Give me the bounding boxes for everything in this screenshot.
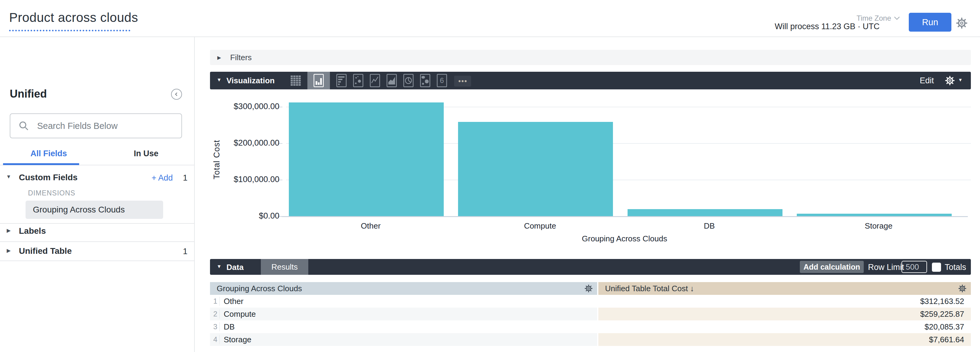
caret-down-icon[interactable]: ▼ (217, 77, 221, 83)
edit-visualization-button[interactable]: Edit (920, 76, 934, 86)
sidebar-section-custom-fields[interactable]: Custom Fields (19, 173, 78, 182)
bar-other[interactable] (289, 102, 444, 216)
visualization-settings-gear-icon[interactable] (945, 75, 955, 86)
caret-down-icon[interactable]: ▼ (6, 174, 11, 180)
table-row-measure-cell[interactable]: $20,085.37 (598, 320, 971, 333)
search-icon (18, 121, 29, 131)
bar-db[interactable] (628, 209, 783, 216)
time-zone-label: Time Zone (856, 14, 891, 22)
table-header-measure[interactable]: Unified Table Total Cost ↓ (598, 282, 971, 295)
caret-right-icon[interactable]: ▶ (7, 227, 11, 234)
table-row-dimension-cell[interactable]: 1Other (210, 295, 597, 308)
dimension-value[interactable]: Other (224, 297, 243, 306)
totals-label: Totals (945, 263, 966, 272)
x-axis-line (282, 216, 968, 217)
bar-compute[interactable] (458, 122, 613, 216)
y-axis-tick-label: $0.00 (210, 211, 279, 221)
dimension-value[interactable]: Compute (224, 309, 256, 319)
y-axis-tick-label: $200,000.00 (210, 138, 279, 148)
dimension-header-label[interactable]: Grouping Across Clouds (217, 282, 302, 295)
column-gear-icon[interactable] (584, 284, 593, 293)
table-row-measure-cell[interactable]: $7,661.64 (598, 333, 971, 346)
table-header-dimension[interactable]: Grouping Across Clouds (210, 282, 597, 295)
row-number: 3 (210, 322, 217, 331)
y-axis-tick-label: $300,000.00 (210, 102, 279, 111)
time-zone-selector[interactable]: Time Zone (856, 14, 900, 22)
table-row-dimension-cell[interactable]: 3DB (210, 320, 597, 333)
bar-chart-icon[interactable] (336, 74, 347, 87)
divider (220, 309, 220, 319)
chevron-down-icon (894, 16, 900, 21)
more-vis-types-icon[interactable] (453, 74, 472, 87)
chevron-left-icon (173, 91, 180, 97)
top-header: Product across clouds Time Zone Will pro… (0, 0, 980, 37)
measure-header-label[interactable]: Unified Table Total Cost ↓ (605, 282, 694, 295)
row-limit-label: Row Limit (868, 263, 904, 272)
sidebar-section-unified-table[interactable]: Unified Table (19, 246, 72, 256)
divider (0, 241, 195, 242)
x-axis-category-label: Other (310, 221, 431, 231)
row-number: 4 (210, 335, 217, 344)
search-input[interactable] (37, 121, 173, 131)
field-grouping-across-clouds[interactable]: Grouping Across Clouds (25, 201, 163, 219)
filters-section-bar[interactable]: ▶ Filters (210, 50, 971, 65)
map-chart-icon[interactable] (420, 74, 430, 87)
explore-page: Product across clouds Time Zone Will pro… (0, 0, 980, 352)
x-axis-category-label: DB (649, 221, 770, 231)
line-chart-icon[interactable] (370, 74, 380, 87)
explore-settings-gear-icon[interactable] (956, 17, 968, 29)
view-name: Unified (10, 87, 47, 100)
vis-type-picker: 6 (291, 72, 472, 89)
bar-chart: Total Cost Grouping Across Clouds $0.00$… (210, 89, 971, 260)
area-chart-icon[interactable] (387, 74, 397, 87)
svg-text:6: 6 (440, 76, 444, 84)
field-search-box[interactable] (10, 113, 182, 138)
totals-checkbox[interactable] (932, 263, 941, 272)
row-limit-input[interactable] (902, 261, 927, 273)
column-chart-icon[interactable] (313, 74, 324, 87)
run-button[interactable]: Run (909, 13, 951, 32)
pie-chart-icon[interactable] (403, 74, 414, 87)
tab-all-fields[interactable]: All Fields (0, 144, 97, 163)
divider (0, 260, 195, 261)
column-gear-icon[interactable] (958, 284, 967, 293)
caret-right-icon[interactable]: ▶ (7, 247, 11, 254)
sidebar-section-labels[interactable]: Labels (19, 226, 46, 236)
active-tab-underline (3, 163, 79, 165)
dimension-value[interactable]: Storage (224, 335, 251, 344)
table-row-measure-cell[interactable]: $312,163.52 (598, 295, 971, 308)
data-label[interactable]: Data (226, 263, 243, 272)
page-title[interactable]: Product across clouds (9, 10, 138, 25)
tab-in-use[interactable]: In Use (97, 144, 195, 163)
custom-fields-count-badge: 1 (180, 173, 188, 183)
dimension-value[interactable]: DB (224, 322, 235, 331)
divider (220, 297, 220, 306)
title-dotted-underline (9, 30, 130, 31)
table-row-dimension-cell[interactable]: 2Compute (210, 308, 597, 320)
divider (0, 223, 195, 224)
add-custom-field-button[interactable]: + Add (151, 173, 173, 183)
x-axis-title: Grouping Across Clouds (533, 234, 716, 244)
row-number: 2 (210, 310, 217, 318)
add-calculation-button[interactable]: Add calculation (800, 261, 864, 273)
collapse-sidebar-button[interactable] (171, 89, 182, 100)
caret-right-icon: ▶ (217, 55, 221, 60)
table-row-dimension-cell[interactable]: 4Storage (210, 333, 597, 346)
scatter-chart-icon[interactable] (353, 74, 363, 87)
divider (220, 335, 220, 344)
caret-down-icon[interactable]: ▼ (958, 77, 963, 82)
dimensions-group-label: DIMENSIONS (28, 189, 75, 197)
selected-vis-type-highlight[interactable] (307, 72, 330, 89)
visualization-label[interactable]: Visualization (226, 76, 275, 86)
caret-down-icon[interactable]: ▼ (217, 264, 221, 269)
single-value-chart-icon[interactable]: 6 (437, 74, 447, 87)
row-number: 1 (210, 297, 217, 306)
x-axis-category-label: Compute (479, 221, 601, 231)
table-row-measure-cell[interactable]: $259,225.87 (598, 308, 971, 320)
unified-table-count-badge: 1 (180, 247, 188, 256)
table-chart-icon[interactable] (291, 74, 301, 87)
filters-label: Filters (230, 53, 252, 62)
y-axis-title: Total Cost (212, 114, 224, 205)
field-picker-sidebar: Unified All Fields In Use ▼ Custom Field… (0, 37, 195, 352)
results-tab[interactable]: Results (261, 259, 308, 275)
